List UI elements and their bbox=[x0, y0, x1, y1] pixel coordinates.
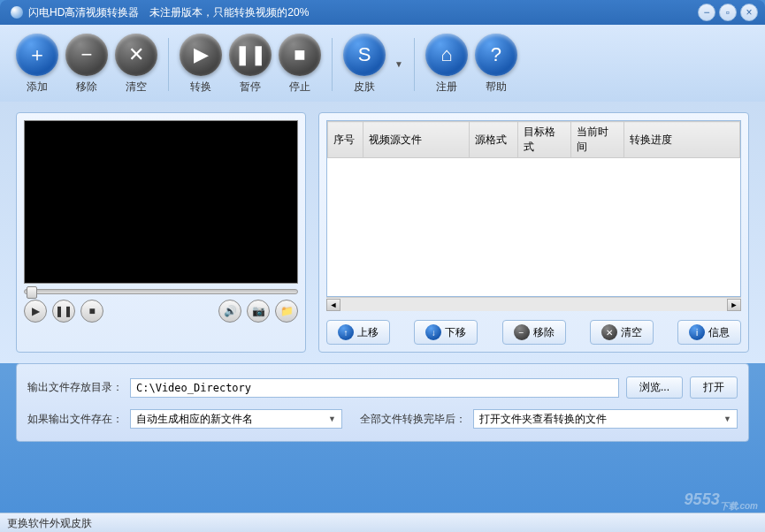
col-src-format[interactable]: 源格式 bbox=[470, 122, 518, 158]
exists-select[interactable]: 自动生成相应的新文件名 ▼ bbox=[130, 409, 342, 429]
plus-icon: ＋ bbox=[16, 34, 58, 76]
clear-button[interactable]: ✕ 清空 bbox=[115, 34, 157, 95]
arrow-down-icon: ↓ bbox=[425, 324, 441, 340]
scroll-right-icon[interactable]: ► bbox=[727, 299, 741, 311]
open-button[interactable]: 打开 bbox=[690, 376, 738, 399]
exists-label: 如果输出文件存在： bbox=[27, 412, 123, 427]
skin-button[interactable]: S 皮肤 bbox=[343, 34, 386, 95]
minus-icon: − bbox=[65, 34, 108, 76]
maximize-button[interactable]: ▫ bbox=[719, 4, 737, 21]
chevron-down-icon: ▼ bbox=[328, 414, 336, 423]
file-table[interactable]: 序号 视频源文件 源格式 目标格式 当前时间 转换进度 bbox=[326, 120, 741, 297]
col-target-format[interactable]: 目标格式 bbox=[518, 122, 571, 158]
volume-button[interactable]: 🔊 bbox=[218, 300, 241, 323]
add-button[interactable]: ＋ 添加 bbox=[16, 34, 58, 95]
output-settings: 输出文件存放目录： 浏览... 打开 如果输出文件存在： 自动生成相应的新文件名… bbox=[16, 363, 749, 442]
output-dir-label: 输出文件存放目录： bbox=[27, 380, 123, 395]
stop-button[interactable]: ■ 停止 bbox=[279, 34, 321, 95]
browse-button[interactable]: 浏览... bbox=[626, 376, 683, 399]
minus-icon: − bbox=[514, 324, 530, 340]
pause-player-button[interactable]: ❚❚ bbox=[52, 300, 75, 323]
pause-icon: ❚❚ bbox=[229, 34, 272, 76]
close-button[interactable]: × bbox=[740, 4, 758, 21]
col-source[interactable]: 视频源文件 bbox=[363, 122, 470, 158]
chevron-down-icon[interactable]: ▼ bbox=[394, 59, 403, 69]
help-button[interactable]: ? 帮助 bbox=[475, 34, 517, 95]
col-time[interactable]: 当前时间 bbox=[571, 122, 624, 158]
window-title: 闪电HD高清视频转换器 未注册版本，只能转换视频的20% bbox=[28, 5, 309, 20]
col-seq[interactable]: 序号 bbox=[328, 122, 363, 158]
skin-icon: S bbox=[343, 34, 386, 76]
col-progress[interactable]: 转换进度 bbox=[624, 122, 740, 158]
separator bbox=[332, 38, 333, 91]
register-button[interactable]: ⌂ 注册 bbox=[425, 34, 468, 95]
minimize-button[interactable]: − bbox=[698, 4, 715, 21]
horizontal-scrollbar[interactable]: ◄ ► bbox=[326, 297, 741, 311]
list-panel: 序号 视频源文件 源格式 目标格式 当前时间 转换进度 ◄ ► bbox=[318, 112, 749, 353]
help-icon: ? bbox=[475, 34, 517, 76]
scroll-left-icon[interactable]: ◄ bbox=[326, 299, 340, 311]
remove-item-button[interactable]: − 移除 bbox=[502, 320, 566, 345]
play-icon: ▶ bbox=[180, 34, 222, 76]
arrow-up-icon: ↑ bbox=[338, 324, 354, 340]
stop-icon: ■ bbox=[279, 34, 321, 76]
play-button[interactable]: ▶ bbox=[24, 300, 47, 323]
seek-slider[interactable] bbox=[24, 289, 298, 294]
after-select[interactable]: 打开文件夹查看转换的文件 ▼ bbox=[473, 409, 738, 429]
preview-panel: ▶ ❚❚ ■ 🔊 📷 📁 bbox=[16, 112, 306, 353]
after-label: 全部文件转换完毕后： bbox=[360, 412, 466, 427]
chevron-down-icon: ▼ bbox=[723, 414, 731, 423]
info-button[interactable]: i 信息 bbox=[677, 320, 741, 345]
move-up-button[interactable]: ↑ 上移 bbox=[326, 320, 390, 345]
convert-button[interactable]: ▶ 转换 bbox=[180, 34, 222, 95]
info-icon: i bbox=[689, 324, 705, 340]
titlebar: 闪电HD高清视频转换器 未注册版本，只能转换视频的20% − ▫ × bbox=[0, 0, 765, 25]
status-text: 更换软件外观皮肤 bbox=[7, 516, 92, 529]
watermark: 9553下载.com bbox=[685, 490, 758, 513]
statusbar: 更换软件外观皮肤 bbox=[0, 513, 765, 532]
snapshot-button[interactable]: 📷 bbox=[247, 300, 270, 323]
remove-button[interactable]: − 移除 bbox=[65, 34, 108, 95]
pause-button[interactable]: ❚❚ 暂停 bbox=[229, 34, 272, 95]
move-down-button[interactable]: ↓ 下移 bbox=[414, 320, 478, 345]
slider-thumb[interactable] bbox=[27, 286, 37, 299]
output-dir-input[interactable] bbox=[130, 378, 619, 398]
video-preview bbox=[24, 120, 298, 284]
folder-button[interactable]: 📁 bbox=[275, 300, 298, 323]
stop-player-button[interactable]: ■ bbox=[80, 300, 103, 323]
clear-list-button[interactable]: ✕ 清空 bbox=[590, 320, 654, 345]
main-toolbar: ＋ 添加 − 移除 ✕ 清空 ▶ 转换 ❚❚ 暂停 ■ bbox=[0, 25, 765, 102]
x-icon: ✕ bbox=[115, 34, 157, 76]
app-icon bbox=[11, 6, 23, 19]
home-icon: ⌂ bbox=[425, 34, 468, 76]
x-icon: ✕ bbox=[601, 324, 617, 340]
separator bbox=[168, 38, 169, 91]
separator bbox=[414, 38, 415, 91]
